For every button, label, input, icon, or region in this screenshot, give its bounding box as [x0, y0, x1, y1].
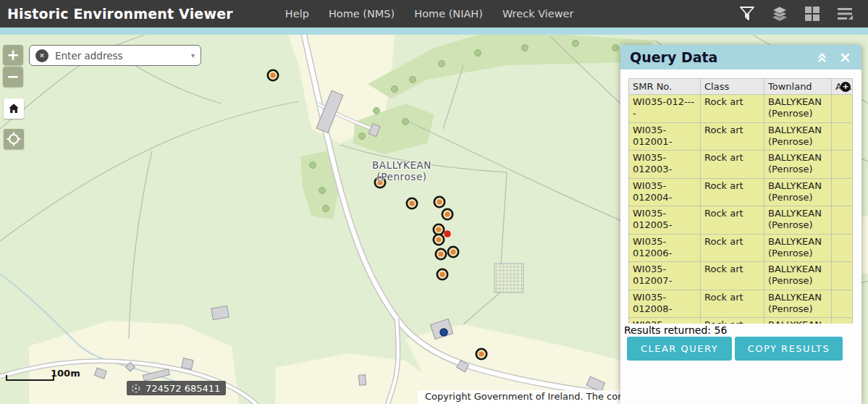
table-cell	[832, 95, 853, 123]
table-row[interactable]: WI035- 012003-Rock artBALLYKEAN (Penrose…	[629, 151, 853, 179]
table-cell: WI035- 012007-	[629, 262, 701, 290]
table-cell: BALLYKEAN (Penrose)	[764, 318, 832, 324]
results-table: SMR No. Class Townland Att. + WI035-012-…	[628, 78, 853, 324]
clear-search-icon[interactable]: ✕	[35, 49, 49, 62]
table-row[interactable]: WI035- 012005-Rock artBALLYKEAN (Penrose…	[629, 206, 853, 235]
table-row[interactable]: WI035- 012001-Rock artBALLYKEAN (Penrose…	[629, 122, 853, 151]
table-cell: BALLYKEAN (Penrose)	[764, 178, 832, 206]
table-cell: BALLYKEAN (Penrose)	[764, 122, 832, 151]
table-cell: Rock art	[701, 290, 764, 318]
table-cell: Rock art	[701, 151, 764, 179]
topbar-icon-group	[738, 5, 856, 22]
site-marker[interactable]	[407, 198, 417, 209]
app-title: Historic Environment Viewer	[7, 6, 233, 22]
nav-wreck-viewer[interactable]: Wreck Viewer	[502, 8, 574, 20]
coordinates-value: 724572 685411	[146, 383, 220, 394]
copy-results-button[interactable]: COPY RESULTS	[735, 337, 843, 361]
home-button[interactable]	[4, 98, 24, 119]
red-dot-marker[interactable]	[444, 230, 451, 237]
site-marker[interactable]	[442, 209, 452, 219]
table-cell	[832, 122, 853, 151]
blue-dot-marker[interactable]	[440, 329, 447, 336]
table-cell: BALLYKEAN (Penrose)	[764, 95, 832, 123]
table-row[interactable]: WI035- 012007-Rock artBALLYKEAN (Penrose…	[629, 262, 853, 290]
column-townland[interactable]: Townland	[764, 79, 832, 95]
table-header-row: SMR No. Class Townland Att. +	[629, 79, 853, 95]
filter-button[interactable]	[738, 5, 756, 22]
dropdown-caret-icon[interactable]: ▾	[191, 51, 195, 59]
app-window: Historic Environment Viewer Help Home (N…	[0, 0, 868, 404]
table-row[interactable]: WI035- 012009-Rock artBALLYKEAN (Penrose…	[629, 318, 853, 324]
table-cell: Rock art	[701, 206, 764, 235]
table-cell: BALLYKEAN (Penrose)	[764, 234, 832, 262]
copyright-text: Copyright Government of Ireland. The con…	[418, 390, 635, 404]
table-cell: Rock art	[701, 262, 764, 290]
table-cell: BALLYKEAN (Penrose)	[764, 262, 832, 290]
list-icon	[837, 6, 854, 22]
search-input[interactable]	[55, 50, 185, 62]
table-row[interactable]: WI035- 012006-Rock artBALLYKEAN (Penrose…	[629, 234, 853, 262]
zoom-in-button[interactable]: +	[3, 45, 23, 65]
results-count: Results returned: 56	[624, 324, 861, 335]
coordinates-readout: 724572 685411	[127, 381, 226, 395]
site-marker[interactable]	[375, 177, 385, 188]
accent-strip	[0, 28, 868, 35]
grid-icon	[804, 6, 820, 22]
table-cell: WI035- 012009-	[629, 318, 701, 324]
site-marker[interactable]	[434, 235, 444, 245]
nav-home-niah[interactable]: Home (NIAH)	[414, 8, 483, 20]
column-smr[interactable]: SMR No.	[629, 79, 701, 95]
table-cell: BALLYKEAN (Penrose)	[764, 151, 832, 179]
zoom-out-button[interactable]: −	[3, 67, 23, 87]
locate-icon	[7, 132, 21, 146]
table-cell	[832, 206, 853, 235]
query-panel-header: Query Data	[620, 45, 861, 70]
query-panel: Query Data SMR No. Class Town	[620, 45, 861, 404]
collapse-panel-button[interactable]	[814, 50, 829, 64]
table-cell: Rock art	[701, 178, 764, 206]
main-nav: Help Home (NMS) Home (NIAH) Wreck Viewer	[285, 8, 574, 20]
table-cell: WI035- 012005-	[629, 206, 701, 235]
add-attribute-icon[interactable]: +	[840, 82, 851, 92]
table-cell: WI035-012--- -	[629, 95, 701, 123]
table-cell: WI035- 012006-	[629, 234, 701, 262]
table-row[interactable]: WI035- 012004-Rock artBALLYKEAN (Penrose…	[629, 178, 853, 206]
close-panel-button[interactable]	[838, 50, 852, 64]
table-cell	[832, 151, 853, 179]
filter-icon	[739, 6, 755, 22]
table-cell: Rock art	[701, 122, 764, 151]
nav-help[interactable]: Help	[285, 8, 309, 20]
table-row[interactable]: WI035-012--- -Rock artBALLYKEAN (Penrose…	[629, 95, 853, 123]
locate-button[interactable]	[4, 129, 24, 149]
table-cell: BALLYKEAN (Penrose)	[764, 290, 832, 318]
results-table-container[interactable]: SMR No. Class Townland Att. + WI035-012-…	[628, 78, 854, 324]
table-cell: Rock art	[701, 234, 764, 262]
table-cell: WI035- 012004-	[629, 178, 701, 206]
basemap-gallery-button[interactable]	[804, 5, 821, 22]
table-cell: WI035- 012008-	[629, 290, 701, 318]
query-panel-title: Query Data	[630, 49, 806, 65]
site-marker[interactable]	[434, 197, 444, 207]
site-marker[interactable]	[448, 247, 458, 257]
site-marker[interactable]	[436, 249, 446, 259]
site-marker[interactable]	[437, 269, 447, 279]
column-att[interactable]: Att. +	[832, 79, 853, 95]
site-marker[interactable]	[268, 70, 278, 80]
crosshair-icon[interactable]	[130, 383, 141, 394]
table-row[interactable]: WI035- 012008-Rock artBALLYKEAN (Penrose…	[629, 290, 853, 318]
legend-list-button[interactable]	[836, 5, 854, 22]
site-marker[interactable]	[476, 349, 486, 359]
home-icon	[7, 102, 20, 115]
table-cell: Rock art	[701, 95, 764, 123]
site-marker[interactable]	[434, 224, 444, 235]
layers-button[interactable]	[771, 5, 788, 22]
chevron-double-up-icon	[816, 51, 828, 64]
orchard-hatch	[494, 264, 523, 293]
column-class[interactable]: Class	[701, 79, 764, 95]
top-bar: Historic Environment Viewer Help Home (N…	[0, 0, 868, 28]
clear-query-button[interactable]: CLEAR QUERY	[627, 337, 732, 361]
nav-home-nms[interactable]: Home (NMS)	[329, 8, 395, 20]
address-search: ✕ ▾	[29, 45, 201, 66]
layers-icon	[771, 5, 788, 22]
panel-buttons: CLEAR QUERY COPY RESULTS	[627, 337, 861, 361]
